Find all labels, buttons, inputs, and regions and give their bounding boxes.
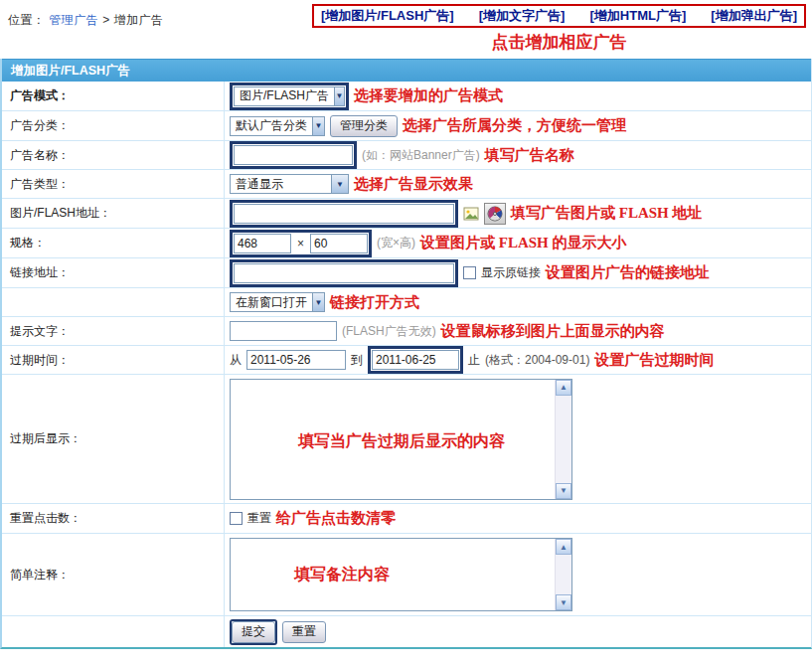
ad-type-label: 广告类型： [2, 170, 225, 198]
size-label: 规格： [2, 229, 225, 257]
annotation-size: 设置图片或 FLASH 的显示大小 [420, 234, 627, 252]
breadcrumb-current: 增加广告 [114, 13, 164, 27]
row-comment: 简单注释： 填写备注内容 ▲ ▼ [2, 534, 811, 616]
ad-name-label: 广告名称： [2, 141, 225, 169]
annotation-ad-mode: 选择要增加的广告模式 [354, 86, 503, 105]
expire-end-label: 止 [468, 352, 480, 369]
row-flash-address: 图片/FLASH地址： [2, 199, 811, 229]
ad-name-note: (如：网站Banner广告) [362, 147, 480, 164]
row-ad-mode: 广告模式： 图片/FLASH广告 ▼ 选择要增加的广告模式 [2, 82, 811, 111]
expired-content-label: 过期后显示： [2, 375, 225, 503]
show-original-link-checkbox[interactable] [463, 266, 476, 279]
scroll-down-icon[interactable]: ▼ [556, 483, 571, 499]
expire-to-label: 到 [351, 352, 363, 369]
chevron-down-icon[interactable]: ▼ [312, 293, 324, 311]
row-ad-name: 广告名称： (如：网站Banner广告) 填写广告名称 [2, 141, 811, 170]
annotation-tooltip: 设置鼠标移到图片上面显示的内容 [441, 322, 665, 341]
highlight-box: × [230, 230, 372, 257]
annotation-expire: 设置广告过期时间 [594, 351, 714, 370]
add-image-flash-ad-link[interactable]: [增加图片/FLASH广告] [321, 7, 454, 25]
chevron-down-icon[interactable]: ▼ [312, 117, 324, 135]
comment-label: 简单注释： [2, 534, 225, 615]
textarea-scrollbar[interactable]: ▲ ▼ [555, 380, 571, 499]
size-note: (宽×高) [377, 235, 415, 251]
link-address-label: 链接地址： [2, 258, 225, 287]
annotation-flash-address: 填写广告图片或 FLASH 地址 [511, 204, 703, 223]
highlight-box [368, 346, 463, 374]
reset-clicks-checkbox-label: 重置 [247, 510, 271, 527]
show-original-link-label: 显示原链接 [481, 264, 541, 281]
comment-textarea[interactable]: 填写备注内容 ▲ ▼ [230, 538, 572, 611]
row-expire-time: 过期时间： 从 到 止 (格式：2004-09-01) 设置广告过期时间 [2, 346, 811, 375]
scroll-up-icon[interactable]: ▲ [556, 380, 571, 396]
date-to-input[interactable] [372, 350, 459, 370]
scroll-up-icon[interactable]: ▲ [556, 539, 571, 555]
width-input[interactable] [234, 234, 291, 253]
panel-title: 增加图片/FLASH广告 [2, 59, 811, 82]
flash-address-input[interactable] [234, 204, 454, 224]
ad-category-select[interactable]: 默认广告分类 ▼ [230, 116, 325, 136]
row-link-address: 链接地址： 显示原链接 设置图片广告的链接地址 [2, 258, 811, 288]
annotation-link-address: 设置图片广告的链接地址 [546, 263, 710, 282]
annotation-ad-category: 选择广告所属分类，方便统一管理 [403, 116, 626, 135]
breadcrumb-location-label: 位置： [8, 13, 46, 27]
expire-from-label: 从 [230, 352, 242, 369]
annotation-ad-type: 选择广告显示效果 [354, 175, 473, 194]
multiply-sign: × [297, 237, 304, 250]
expire-format-note: (格式：2004-09-01) [485, 352, 589, 369]
actions-label-empty [2, 616, 225, 647]
chevron-down-icon[interactable]: ▼ [334, 87, 344, 105]
row-expired-content: 过期后显示： 填写当广告过期后显示的内容 ▲ ▼ [2, 375, 811, 504]
row-open-mode: 在新窗口打开 ▼ 链接打开方式 [2, 288, 811, 317]
ad-type-select[interactable]: 普通显示 ▼ [230, 174, 349, 194]
open-mode-select[interactable]: 在新窗口打开 ▼ [230, 292, 325, 312]
annotation-open-mode: 链接打开方式 [330, 293, 419, 312]
tooltip-text-input[interactable] [230, 321, 337, 341]
tooltip-note: (FLASH广告无效) [342, 323, 436, 340]
reset-button[interactable]: 重置 [282, 621, 326, 643]
row-size: 规格： × (宽×高) 设置图片或 FLASH 的显示大小 [2, 229, 811, 258]
textarea-scrollbar[interactable]: ▲ ▼ [555, 539, 571, 610]
annotation-top-links: 点击增加相应广告 [312, 31, 806, 54]
flash-address-label: 图片/FLASH地址： [2, 199, 225, 228]
row-actions: 提交 重置 [2, 616, 811, 647]
row-reset-clicks: 重置点击数： 重置 给广告点击数清零 [2, 504, 811, 534]
manage-category-button[interactable]: 管理分类 [330, 115, 398, 137]
add-html-ad-link[interactable]: [增加HTML广告] [589, 7, 686, 25]
row-ad-category: 广告分类： 默认广告分类 ▼ 管理分类 选择广告所属分类，方便统一管理 [2, 111, 811, 141]
breadcrumb: 位置： 管理广告 > 增加广告 [8, 12, 164, 29]
expired-content-textarea[interactable]: 填写当广告过期后显示的内容 ▲ ▼ [230, 379, 572, 500]
expire-time-label: 过期时间： [2, 346, 225, 374]
annotation-comment: 填写备注内容 [294, 565, 390, 585]
highlight-box [230, 200, 458, 228]
submit-button[interactable]: 提交 [232, 621, 275, 643]
chevron-down-icon[interactable]: ▼ [331, 175, 348, 193]
link-address-input[interactable] [234, 263, 454, 283]
submit-focus-outline: 提交 [230, 619, 277, 645]
image-icon[interactable] [463, 206, 479, 222]
row-tooltip-text: 提示文字： (FLASH广告无效) 设置鼠标移到图片上面显示的内容 [2, 317, 811, 346]
height-input[interactable] [310, 234, 368, 253]
date-from-input[interactable] [246, 350, 346, 370]
tooltip-text-label: 提示文字： [2, 317, 225, 345]
add-popup-ad-link[interactable]: [增加弹出广告] [711, 7, 797, 25]
scroll-down-icon[interactable]: ▼ [556, 594, 571, 610]
reset-clicks-label: 重置点击数： [2, 504, 225, 533]
top-bar: 位置： 管理广告 > 增加广告 [增加图片/FLASH广告] [增加文字广告] … [0, 0, 812, 59]
row-ad-type: 广告类型： 普通显示 ▼ 选择广告显示效果 [2, 170, 811, 199]
add-text-ad-link[interactable]: [增加文字广告] [479, 7, 566, 25]
ad-mode-label: 广告模式： [2, 82, 225, 110]
highlight-box: 图片/FLASH广告 ▼ [230, 83, 349, 110]
add-ad-links-box: [增加图片/FLASH广告] [增加文字广告] [增加HTML广告] [增加弹出… [312, 4, 806, 28]
highlight-box [230, 259, 458, 287]
annotation-ad-name: 填写广告名称 [485, 146, 574, 165]
breadcrumb-separator: > [102, 13, 110, 27]
ad-mode-select[interactable]: 图片/FLASH广告 ▼ [234, 86, 345, 106]
annotation-expired-content: 填写当广告过期后显示的内容 [298, 431, 505, 452]
breadcrumb-link-manage-ads[interactable]: 管理广告 [49, 13, 98, 27]
flash-icon[interactable] [484, 203, 506, 225]
ad-name-input[interactable] [234, 145, 353, 165]
reset-clicks-checkbox[interactable] [230, 512, 243, 525]
add-ad-panel: 增加图片/FLASH广告 广告模式： 图片/FLASH广告 ▼ 选择要增加的广告… [0, 59, 812, 649]
annotation-reset-clicks: 给广告点击数清零 [276, 509, 396, 528]
